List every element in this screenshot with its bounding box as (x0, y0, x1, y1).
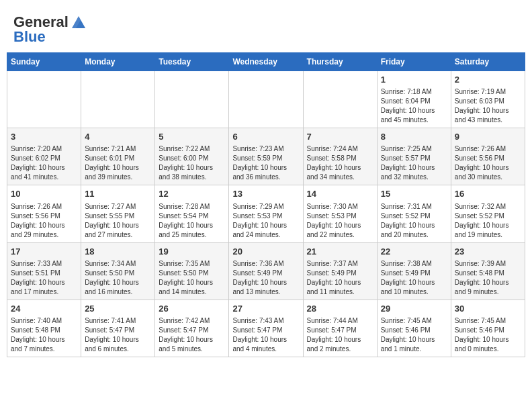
day-info: Sunrise: 7:43 AMSunset: 5:47 PMDaylight:… (232, 316, 299, 354)
day-number: 14 (307, 188, 373, 200)
day-info: Sunrise: 7:45 AMSunset: 5:46 PMDaylight:… (455, 316, 521, 354)
day-number: 2 (455, 74, 521, 86)
calendar-cell: 7Sunrise: 7:24 AMSunset: 5:58 PMDaylight… (303, 128, 377, 185)
calendar-cell: 18Sunrise: 7:34 AMSunset: 5:50 PMDayligh… (81, 242, 155, 300)
calendar-cell: 24Sunrise: 7:40 AMSunset: 5:48 PMDayligh… (7, 300, 81, 357)
day-number: 23 (455, 246, 521, 258)
calendar-cell (229, 71, 303, 128)
weekday-header-saturday: Saturday (451, 53, 525, 71)
day-number: 3 (11, 131, 77, 143)
day-number: 29 (381, 303, 447, 315)
weekday-header-tuesday: Tuesday (155, 53, 229, 71)
day-info: Sunrise: 7:23 AMSunset: 5:59 PMDaylight:… (232, 144, 299, 182)
calendar-cell: 12Sunrise: 7:28 AMSunset: 5:54 PMDayligh… (155, 185, 229, 242)
day-info: Sunrise: 7:38 AMSunset: 5:49 PMDaylight:… (381, 259, 447, 297)
weekday-header-monday: Monday (81, 53, 155, 71)
logo: General Blue (13, 13, 87, 46)
weekday-header-sunday: Sunday (7, 53, 81, 71)
day-number: 26 (159, 303, 225, 315)
calendar-cell: 26Sunrise: 7:42 AMSunset: 5:47 PMDayligh… (155, 300, 229, 357)
page-header: General Blue (7, 7, 525, 49)
weekday-header-thursday: Thursday (303, 53, 377, 71)
day-number: 24 (11, 303, 77, 315)
calendar-cell (81, 71, 155, 128)
calendar-table: SundayMondayTuesdayWednesdayThursdayFrid… (7, 52, 525, 357)
day-number: 18 (85, 246, 151, 258)
calendar-week-2: 3Sunrise: 7:20 AMSunset: 6:02 PMDaylight… (7, 128, 525, 185)
calendar-cell: 25Sunrise: 7:41 AMSunset: 5:47 PMDayligh… (81, 300, 155, 357)
day-info: Sunrise: 7:41 AMSunset: 5:47 PMDaylight:… (85, 316, 151, 354)
calendar-cell: 4Sunrise: 7:21 AMSunset: 6:01 PMDaylight… (81, 128, 155, 185)
day-number: 28 (307, 303, 373, 315)
day-info: Sunrise: 7:37 AMSunset: 5:49 PMDaylight:… (307, 259, 373, 297)
day-info: Sunrise: 7:27 AMSunset: 5:55 PMDaylight:… (85, 202, 151, 240)
weekday-header-friday: Friday (377, 53, 451, 71)
calendar-body: 1Sunrise: 7:18 AMSunset: 6:04 PMDaylight… (7, 71, 525, 357)
day-number: 25 (85, 303, 151, 315)
calendar-cell (303, 71, 377, 128)
day-info: Sunrise: 7:19 AMSunset: 6:03 PMDaylight:… (455, 87, 521, 125)
day-number: 9 (455, 131, 521, 143)
day-info: Sunrise: 7:36 AMSunset: 5:49 PMDaylight:… (232, 259, 299, 297)
calendar-cell: 19Sunrise: 7:35 AMSunset: 5:50 PMDayligh… (155, 242, 229, 300)
day-number: 15 (381, 188, 447, 200)
calendar-cell: 10Sunrise: 7:26 AMSunset: 5:56 PMDayligh… (7, 185, 81, 242)
day-number: 5 (159, 131, 225, 143)
calendar-cell: 2Sunrise: 7:19 AMSunset: 6:03 PMDaylight… (451, 71, 525, 128)
day-info: Sunrise: 7:20 AMSunset: 6:02 PMDaylight:… (11, 144, 77, 182)
calendar-cell: 22Sunrise: 7:38 AMSunset: 5:49 PMDayligh… (377, 242, 451, 300)
day-info: Sunrise: 7:22 AMSunset: 6:00 PMDaylight:… (159, 144, 225, 182)
calendar-cell: 11Sunrise: 7:27 AMSunset: 5:55 PMDayligh… (81, 185, 155, 242)
day-number: 20 (232, 246, 299, 258)
day-number: 10 (11, 188, 77, 200)
logo-icon (70, 13, 87, 31)
day-number: 21 (307, 246, 373, 258)
day-number: 11 (85, 188, 151, 200)
day-info: Sunrise: 7:26 AMSunset: 5:56 PMDaylight:… (455, 144, 521, 182)
day-number: 22 (381, 246, 447, 258)
calendar-cell: 16Sunrise: 7:32 AMSunset: 5:52 PMDayligh… (451, 185, 525, 242)
day-info: Sunrise: 7:44 AMSunset: 5:47 PMDaylight:… (307, 316, 373, 354)
calendar-cell: 6Sunrise: 7:23 AMSunset: 5:59 PMDaylight… (229, 128, 303, 185)
day-info: Sunrise: 7:35 AMSunset: 5:50 PMDaylight:… (159, 259, 225, 297)
calendar-cell: 20Sunrise: 7:36 AMSunset: 5:49 PMDayligh… (229, 242, 303, 300)
calendar-week-5: 24Sunrise: 7:40 AMSunset: 5:48 PMDayligh… (7, 300, 525, 357)
weekday-header-wednesday: Wednesday (229, 53, 303, 71)
calendar-week-1: 1Sunrise: 7:18 AMSunset: 6:04 PMDaylight… (7, 71, 525, 128)
calendar-cell: 27Sunrise: 7:43 AMSunset: 5:47 PMDayligh… (229, 300, 303, 357)
day-number: 27 (232, 303, 299, 315)
calendar-week-3: 10Sunrise: 7:26 AMSunset: 5:56 PMDayligh… (7, 185, 525, 242)
calendar-week-4: 17Sunrise: 7:33 AMSunset: 5:51 PMDayligh… (7, 242, 525, 300)
day-info: Sunrise: 7:25 AMSunset: 5:57 PMDaylight:… (381, 144, 447, 182)
day-number: 13 (232, 188, 299, 200)
day-info: Sunrise: 7:28 AMSunset: 5:54 PMDaylight:… (159, 202, 225, 240)
calendar-cell: 21Sunrise: 7:37 AMSunset: 5:49 PMDayligh… (303, 242, 377, 300)
day-number: 1 (381, 74, 447, 86)
calendar-cell: 30Sunrise: 7:45 AMSunset: 5:46 PMDayligh… (451, 300, 525, 357)
calendar-cell (155, 71, 229, 128)
day-number: 4 (85, 131, 151, 143)
day-number: 19 (159, 246, 225, 258)
day-info: Sunrise: 7:42 AMSunset: 5:47 PMDaylight:… (159, 316, 225, 354)
calendar-cell: 8Sunrise: 7:25 AMSunset: 5:57 PMDaylight… (377, 128, 451, 185)
day-info: Sunrise: 7:29 AMSunset: 5:53 PMDaylight:… (232, 202, 299, 240)
calendar-header-row: SundayMondayTuesdayWednesdayThursdayFrid… (7, 53, 525, 71)
calendar-cell: 14Sunrise: 7:30 AMSunset: 5:53 PMDayligh… (303, 185, 377, 242)
day-number: 30 (455, 303, 521, 315)
day-info: Sunrise: 7:32 AMSunset: 5:52 PMDaylight:… (455, 202, 521, 240)
calendar-cell: 15Sunrise: 7:31 AMSunset: 5:52 PMDayligh… (377, 185, 451, 242)
day-number: 8 (381, 131, 447, 143)
day-info: Sunrise: 7:40 AMSunset: 5:48 PMDaylight:… (11, 316, 77, 354)
day-info: Sunrise: 7:34 AMSunset: 5:50 PMDaylight:… (85, 259, 151, 297)
day-info: Sunrise: 7:31 AMSunset: 5:52 PMDaylight:… (381, 202, 447, 240)
day-info: Sunrise: 7:26 AMSunset: 5:56 PMDaylight:… (11, 202, 77, 240)
calendar-cell (7, 71, 81, 128)
calendar-cell: 5Sunrise: 7:22 AMSunset: 6:00 PMDaylight… (155, 128, 229, 185)
calendar-cell: 29Sunrise: 7:45 AMSunset: 5:46 PMDayligh… (377, 300, 451, 357)
day-number: 6 (232, 131, 299, 143)
day-info: Sunrise: 7:24 AMSunset: 5:58 PMDaylight:… (307, 144, 373, 182)
day-info: Sunrise: 7:18 AMSunset: 6:04 PMDaylight:… (381, 87, 447, 125)
day-info: Sunrise: 7:21 AMSunset: 6:01 PMDaylight:… (85, 144, 151, 182)
calendar-cell: 3Sunrise: 7:20 AMSunset: 6:02 PMDaylight… (7, 128, 81, 185)
day-info: Sunrise: 7:30 AMSunset: 5:53 PMDaylight:… (307, 202, 373, 240)
